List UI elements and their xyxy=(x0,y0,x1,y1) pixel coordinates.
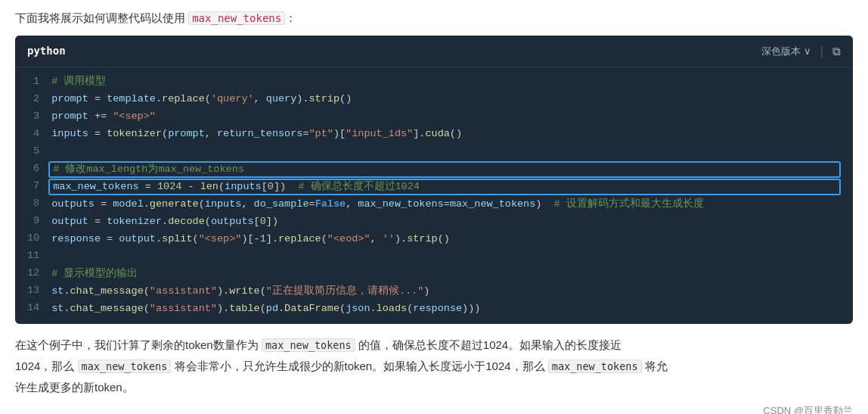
line-num-4: 4 xyxy=(27,126,39,143)
intro-paragraph: 下面我将展示如何调整代码以使用 max_new_tokens： xyxy=(15,8,853,28)
line-num-10: 10 xyxy=(27,230,39,247)
code-line-7: max_new_tokens = 1024 - len(inputs[0]) #… xyxy=(48,179,841,195)
intro-text-before: 下面我将展示如何调整代码以使用 xyxy=(15,11,188,24)
copy-icon[interactable]: ⧉ xyxy=(832,42,841,61)
code-line-2: prompt = template.replace('query', query… xyxy=(48,91,841,108)
code-block: python 深色版本 ∨ | ⧉ 1 2 3 4 5 6 7 8 9 10 1… xyxy=(15,36,853,324)
line-num-5: 5 xyxy=(27,143,39,160)
separator: | xyxy=(820,41,823,61)
intro-text-after: ： xyxy=(285,11,296,24)
code-line-12: # 显示模型的输出 xyxy=(48,266,841,283)
bottom-code-3: max_new_tokens xyxy=(548,360,642,373)
line-num-6: 6 xyxy=(27,160,39,178)
bottom-code-1: max_new_tokens xyxy=(262,338,355,352)
code-body: 1 2 3 4 5 6 7 8 9 10 11 12 13 14 # 调用模型 … xyxy=(15,67,853,324)
code-line-5 xyxy=(48,143,841,160)
code-line-8: outputs = model.generate(inputs, do_samp… xyxy=(48,196,841,213)
line-num-12: 12 xyxy=(27,265,39,282)
code-language: python xyxy=(27,42,66,61)
bottom-code-2: max_new_tokens xyxy=(78,360,172,373)
bottom-explanation: 在这个例子中，我们计算了剩余的token数量作为 max_new_tokens … xyxy=(15,335,853,397)
code-lines: # 调用模型 prompt = template.replace('query'… xyxy=(48,73,853,318)
code-line-13: st.chat_message("assistant").write("正在提取… xyxy=(48,283,841,300)
code-line-10: response = output.split("<sep>")[-1].rep… xyxy=(48,231,841,248)
code-line-1: # 调用模型 xyxy=(48,73,841,91)
line-num-9: 9 xyxy=(27,213,39,230)
bottom-p2-after: 将允 xyxy=(642,360,668,372)
line-numbers: 1 2 3 4 5 6 7 8 9 10 11 12 13 14 xyxy=(15,73,48,318)
line-num-2: 2 xyxy=(27,91,39,108)
code-line-14: st.chat_message("assistant").table(pd.Da… xyxy=(48,300,841,318)
bottom-p3: 许生成更多的新token。 xyxy=(15,381,134,394)
bottom-p2-before: 1024，那么 xyxy=(15,360,78,372)
bottom-p2-middle: 将会非常小，只允许生成很少的新token。如果输入长度远小于1024，那么 xyxy=(171,360,547,372)
line-num-8: 8 xyxy=(27,195,39,213)
line-num-7: 7 xyxy=(27,178,39,195)
line-num-13: 13 xyxy=(27,282,39,300)
line-num-1: 1 xyxy=(27,73,39,91)
code-line-3: prompt += "<sep>" xyxy=(48,108,841,126)
code-line-11 xyxy=(48,248,841,266)
line-num-14: 14 xyxy=(27,300,39,317)
dark-mode-button[interactable]: 深色版本 ∨ xyxy=(761,43,811,60)
csdn-credit: CSDN @百里香勒兰 xyxy=(15,403,853,414)
code-line-9: output = tokenizer.decode(outputs[0]) xyxy=(48,213,841,231)
chevron-down-icon: ∨ xyxy=(804,43,811,60)
code-header: python 深色版本 ∨ | ⧉ xyxy=(15,36,853,67)
dark-mode-label: 深色版本 xyxy=(761,43,801,60)
code-line-4: inputs = tokenizer(prompt, return_tensor… xyxy=(48,126,841,143)
bottom-p1-middle: 的值，确保总长度不超过1024。如果输入的长度接近 xyxy=(355,338,622,351)
intro-code: max_new_tokens xyxy=(188,11,285,25)
bottom-p1-before: 在这个例子中，我们计算了剩余的token数量作为 xyxy=(15,338,262,351)
line-num-3: 3 xyxy=(27,108,39,126)
code-line-6: # 修改max_length为max_new_tokens xyxy=(48,161,841,178)
code-header-right: 深色版本 ∨ | ⧉ xyxy=(761,41,841,61)
line-num-11: 11 xyxy=(27,247,39,265)
